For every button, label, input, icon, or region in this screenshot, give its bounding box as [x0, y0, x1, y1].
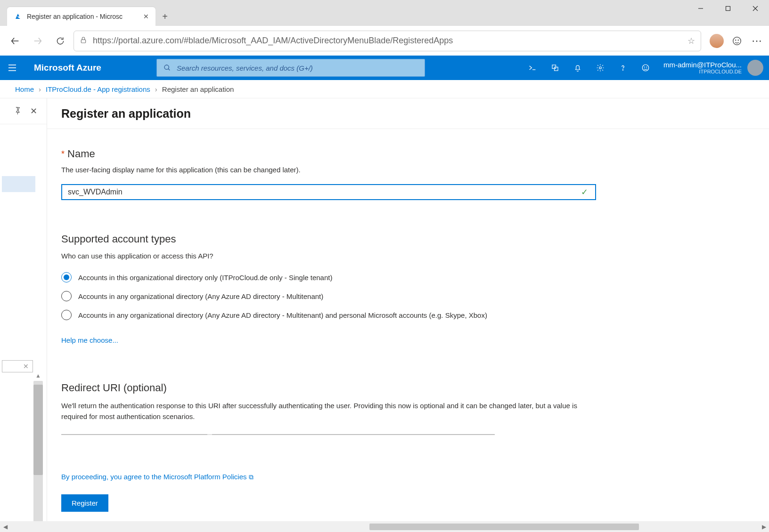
svg-point-10: [738, 40, 738, 40]
redirect-label: Redirect URI (optional): [61, 382, 594, 394]
user-account-info[interactable]: mm-admin@ITProClou... ITPROCLOUD.DE: [657, 61, 747, 75]
browser-tab[interactable]: Register an application - Microsc ✕: [7, 7, 155, 26]
search-placeholder: Search resources, services, and docs (G+…: [177, 64, 313, 72]
account-types-desc: Who can use this application or access t…: [61, 252, 594, 260]
browser-menu-icon[interactable]: ⋯: [750, 34, 763, 48]
notifications-icon[interactable]: [566, 56, 589, 80]
name-label: Name: [67, 148, 95, 160]
radio-multi-personal[interactable]: Accounts in any organizational directory…: [61, 310, 594, 320]
scroll-thumb[interactable]: [33, 385, 43, 475]
platform-policies-link[interactable]: By proceeding, you agree to the Microsof…: [61, 473, 254, 481]
scroll-right-icon[interactable]: ▶: [759, 524, 769, 530]
scroll-up-icon[interactable]: ▲: [33, 372, 43, 379]
radio-icon: [61, 272, 72, 282]
nav-back-button[interactable]: [6, 32, 25, 50]
search-icon: [164, 64, 171, 72]
feedback-smiley-icon[interactable]: [634, 56, 657, 80]
page-title: Register an application: [61, 107, 191, 121]
hamburger-menu[interactable]: [0, 56, 25, 80]
svg-point-22: [644, 67, 645, 67]
nav-refresh-button[interactable]: [51, 32, 70, 50]
pin-icon[interactable]: [13, 106, 22, 117]
required-star: *: [61, 149, 65, 159]
rail-scrollbar[interactable]: ▲ ▼: [33, 381, 43, 532]
radio-multi-tenant[interactable]: Accounts in any organizational directory…: [61, 291, 594, 301]
radio-label: Accounts in this organizational director…: [78, 274, 332, 282]
external-link-icon: ⧉: [249, 473, 254, 481]
account-types-label: Supported account types: [61, 233, 594, 245]
radio-single-tenant[interactable]: Accounts in this organizational director…: [61, 272, 594, 282]
svg-rect-2: [726, 7, 730, 11]
breadcrumb-sep: ›: [155, 85, 157, 93]
nav-forward-button: [28, 32, 47, 50]
rail-input[interactable]: ✕: [2, 360, 33, 372]
user-avatar[interactable]: [747, 60, 763, 76]
help-icon[interactable]: [612, 56, 634, 80]
browser-toolbar: https://portal.azure.com/#blade/Microsof…: [0, 26, 769, 56]
feedback-icon[interactable]: [730, 34, 744, 48]
global-search[interactable]: Search resources, services, and docs (G+…: [156, 59, 425, 77]
window-maximize[interactable]: [714, 0, 742, 17]
close-tab-icon[interactable]: ✕: [143, 13, 149, 20]
svg-point-9: [736, 40, 736, 40]
window-close[interactable]: [742, 0, 769, 17]
settings-icon[interactable]: [589, 56, 612, 80]
check-icon: ✓: [581, 187, 588, 197]
breadcrumb-appreg[interactable]: ITProCloud.de - App registrations: [46, 85, 150, 93]
scroll-track[interactable]: [10, 523, 759, 531]
radio-label: Accounts in any organizational directory…: [78, 292, 323, 300]
azure-favicon: [14, 12, 22, 21]
redirect-desc: We'll return the authentication response…: [61, 401, 594, 422]
svg-point-23: [646, 67, 647, 67]
user-tenant: ITPROCLOUD.DE: [663, 69, 742, 75]
svg-rect-7: [81, 40, 85, 43]
left-rail: ✕ ✕ ▲ ▼: [0, 98, 47, 521]
redirect-uri-fields[interactable]: [61, 434, 495, 435]
svg-rect-18: [554, 67, 558, 71]
favorite-icon[interactable]: ☆: [687, 36, 695, 46]
breadcrumb-home[interactable]: Home: [15, 85, 34, 93]
url-text: https://portal.azure.com/#blade/Microsof…: [93, 36, 682, 46]
radio-icon: [61, 310, 72, 320]
radio-icon: [61, 291, 72, 301]
scroll-left-icon[interactable]: ◀: [0, 524, 10, 530]
brand-label[interactable]: Microsoft Azure: [25, 63, 156, 73]
svg-point-21: [642, 64, 649, 71]
cloud-shell-icon[interactable]: [521, 56, 544, 80]
azure-top-bar: Microsoft Azure Search resources, servic…: [0, 56, 769, 80]
breadcrumb-current: Register an application: [162, 85, 234, 93]
new-tab-button[interactable]: +: [155, 7, 174, 26]
directories-icon[interactable]: [544, 56, 566, 80]
svg-line-15: [168, 69, 170, 70]
svg-point-19: [599, 67, 602, 69]
main-content: Register an application * Name The user-…: [47, 98, 769, 521]
profile-avatar[interactable]: [710, 34, 724, 48]
user-email: mm-admin@ITProClou...: [663, 61, 742, 69]
browser-tab-strip: Register an application - Microsc ✕ +: [0, 0, 769, 26]
svg-rect-17: [552, 65, 556, 69]
horizontal-scrollbar[interactable]: ◀ ▶: [0, 521, 769, 532]
help-me-choose-link[interactable]: Help me choose...: [61, 336, 118, 344]
close-blade-icon[interactable]: ✕: [30, 106, 37, 116]
address-bar[interactable]: https://portal.azure.com/#blade/Microsof…: [74, 31, 701, 51]
svg-point-14: [164, 65, 169, 69]
scroll-thumb[interactable]: [369, 524, 639, 530]
rail-selection: [2, 176, 35, 192]
tab-title: Register an application - Microsc: [27, 13, 139, 20]
name-input[interactable]: [61, 184, 596, 200]
svg-point-20: [622, 70, 623, 70]
svg-marker-0: [16, 14, 20, 19]
name-desc: The user-facing display name for this ap…: [61, 166, 594, 174]
breadcrumb-sep: ›: [39, 85, 41, 93]
svg-point-8: [733, 37, 741, 45]
window-minimize[interactable]: [687, 0, 714, 17]
breadcrumb: Home › ITProCloud.de - App registrations…: [0, 80, 769, 98]
register-button[interactable]: Register: [61, 494, 108, 512]
lock-icon: [80, 36, 87, 46]
radio-label: Accounts in any organizational directory…: [78, 311, 487, 319]
